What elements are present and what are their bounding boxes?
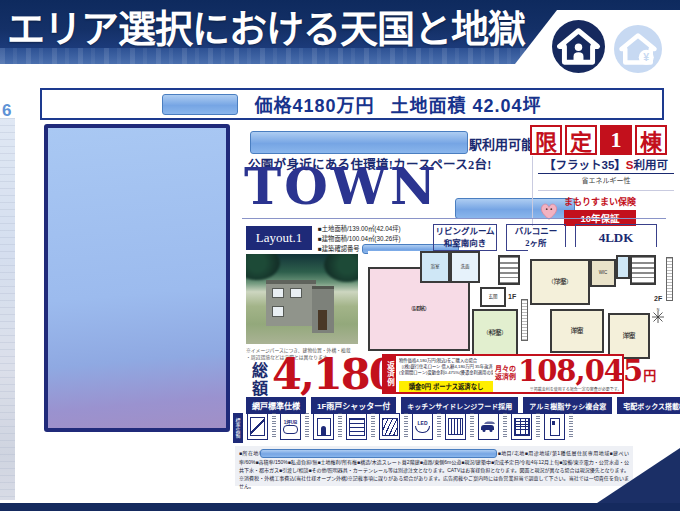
- house-yen-icon: ¥: [614, 25, 662, 73]
- bottom-bar: [0, 503, 680, 511]
- equipment-box: 1F雨戸シャッター付: [311, 397, 396, 414]
- yen-mark: ¥: [643, 51, 649, 63]
- equipment-box: キッチンサイドレンジフード採用: [401, 397, 518, 414]
- monthly-label: 月々の 返済例: [495, 365, 516, 383]
- room-wic: WIC: [590, 259, 616, 287]
- no-downpayment-highlight: 頭金0円 ボーナス返済なし: [399, 381, 493, 392]
- equipment-box: 宅配ボックス搭載機能門柱: [617, 397, 680, 414]
- station-note: 駅利用可能!: [469, 134, 538, 153]
- room-size: (7.5帖): [552, 278, 569, 285]
- house-body: [266, 280, 316, 326]
- led-light-icon: LED: [412, 413, 433, 440]
- compass-n: N: [657, 308, 660, 312]
- mesh-fence-icon: [511, 413, 532, 440]
- room-label: 浴室: [431, 264, 440, 270]
- page-title: エリア選択における天国と地獄: [7, 5, 525, 54]
- loan-insurance-column: 【フラット35】S利用可 省エネルギー性 まもりすまい保険 10年保証: [532, 156, 674, 226]
- section-divider: [242, 218, 666, 219]
- window: [272, 288, 284, 298]
- property-flyer: 駅利用可能! 限 定 1 棟 公園が身近にある住環境!カースペース2台! TOW…: [36, 120, 669, 497]
- room-bedroom2: 洋室 (6帖): [550, 309, 604, 353]
- feature-line: 4LDK: [599, 229, 634, 247]
- icon-caption-lines: [404, 413, 408, 438]
- monthly-label-line: 返済例: [495, 373, 516, 382]
- standard-equipment-tag: 標準装備: [233, 413, 243, 443]
- badge-char: 定: [565, 125, 597, 155]
- monthly-payment: 月々の 返済例 108,045 円 ※掲載金利を使用する場合一定の審査が必要です…: [495, 356, 656, 392]
- floorplan-1f: LDK (18帖) 浴室 洗面 玄関 和室 (4.5帖) 1F: [368, 251, 524, 357]
- tree-blob: [324, 254, 358, 282]
- room-bath: 浴室: [420, 251, 450, 283]
- window: [272, 306, 284, 317]
- standard-equipment-icons: 標準装備 1坪UB LED: [233, 413, 573, 443]
- price-text: 価格4180万円: [254, 91, 374, 117]
- layout-label: Layout.1: [246, 226, 312, 250]
- monthly-amount: 108,045: [518, 357, 642, 386]
- repayment-example-box: 返済例 物件価格4,180万円(税込)をご購入の場合 〔(株)銀行住宅ローン 借…: [382, 354, 624, 394]
- badge-char: 棟: [635, 125, 667, 155]
- fine-print-box: ■所在地/■地目/宅地■用途地域/第1種低層住居専用地域■建ぺい率/60%■容積…: [235, 446, 633, 486]
- flat35-prefix: 【フラット35】: [544, 159, 626, 171]
- shutter-icon: [346, 413, 367, 440]
- room-label: 洗面: [461, 264, 470, 270]
- floor-label-1f: 1F: [508, 293, 516, 300]
- brand-logo: TOWN: [244, 162, 439, 212]
- monthly-amount-row: 月々の 返済例 108,045 円: [495, 357, 656, 386]
- repayment-tag: 返済例: [384, 356, 396, 392]
- house-render-image: [246, 254, 358, 344]
- presentation-slide: エリア選択における天国と地獄 ¥ 6 価格4180万円 土地面積 42.04坪 …: [0, 0, 680, 511]
- balcony-strip: [521, 299, 528, 341]
- flat35-label: 【フラット35】S利用可: [538, 156, 674, 174]
- repayment-details: 物件価格4,180万円(税込)をご購入の場合 〔(株)銀行住宅ローン 借入額4,…: [396, 356, 495, 392]
- gate-post-icon: [544, 413, 565, 440]
- icon-caption-lines: [536, 413, 540, 438]
- icon-caption-lines: [338, 413, 342, 438]
- repayment-footnote: ※掲載金利を使用する場合一定の審査が必要です。: [530, 386, 622, 392]
- icon-caption-lines: [272, 413, 276, 438]
- stairs: [630, 255, 656, 285]
- icon-caption-lines: [569, 413, 573, 438]
- room-label: WIC: [599, 270, 608, 276]
- feature-line: バルコニー: [515, 226, 557, 237]
- icon-caption-lines: [470, 413, 474, 438]
- balcony-strip: [666, 257, 673, 301]
- floor-label-2f: 2F: [654, 295, 662, 302]
- insurance-text: まもりすまい保険 10年保証: [564, 195, 636, 226]
- badge-char: 限: [530, 125, 562, 155]
- window: [290, 288, 302, 298]
- window-slats-icon: [379, 413, 400, 440]
- room-bedroom1: 洋室 (7.5帖): [530, 259, 590, 305]
- entrance-person-icon: [313, 413, 334, 440]
- room-toilet: [616, 255, 630, 279]
- redacted-map-area: [44, 124, 230, 432]
- feature-line: リビングルーム: [435, 226, 494, 237]
- stairs: [498, 255, 520, 285]
- insurance-badge: まもりすまい保険 10年保証: [538, 190, 674, 226]
- icon-caption-lines: [305, 413, 309, 438]
- floorplan-2f: 洋室 (7.5帖) WIC 洋室 (6帖) 洋室 (6帖) 2F N: [528, 247, 674, 361]
- redacted-name-blob: [162, 94, 238, 115]
- flat35-suffix: 利用可: [633, 159, 668, 171]
- badge-char: 1: [600, 125, 632, 155]
- repayment-detail-line: (全期間ローン)変動金利0.475%(優遇金利適用の場合): [399, 370, 493, 376]
- redacted-station-name: [250, 131, 468, 154]
- limited-one-unit-badge: 限 定 1 棟: [530, 125, 667, 155]
- tree-blob: [246, 254, 280, 280]
- room-washitsu: 和室 (4.5帖): [472, 309, 518, 357]
- icon-caption-lines: [371, 413, 375, 438]
- dishwasher-icon: [445, 413, 466, 440]
- icon-caption-lines: [503, 413, 507, 438]
- feature-box-living: リビングルーム 和室南向き: [433, 224, 497, 251]
- fine-print-text: ■所在地/■地目/宅地■用途地域/第1種低層住居専用地域■建ぺい率/60%■容積…: [239, 449, 629, 490]
- redacted-address: [260, 449, 497, 458]
- house-person-icon: [552, 20, 605, 73]
- room-bedroom3: 洋室 (6帖): [608, 313, 650, 359]
- insurance-name: まもりすまい保険: [564, 195, 636, 208]
- left-edge-image-fragment: [0, 118, 15, 500]
- compass-icon: N: [650, 307, 666, 323]
- land-area-text: 土地面積 42.04坪: [391, 91, 542, 117]
- equipment-box: アルミ樹脂サッシ複合窓: [523, 397, 612, 414]
- feature-line: 和室南向き: [444, 238, 487, 249]
- fine-print-prefix: ■所在地/: [239, 450, 260, 456]
- room-entrance: 玄関: [480, 287, 506, 307]
